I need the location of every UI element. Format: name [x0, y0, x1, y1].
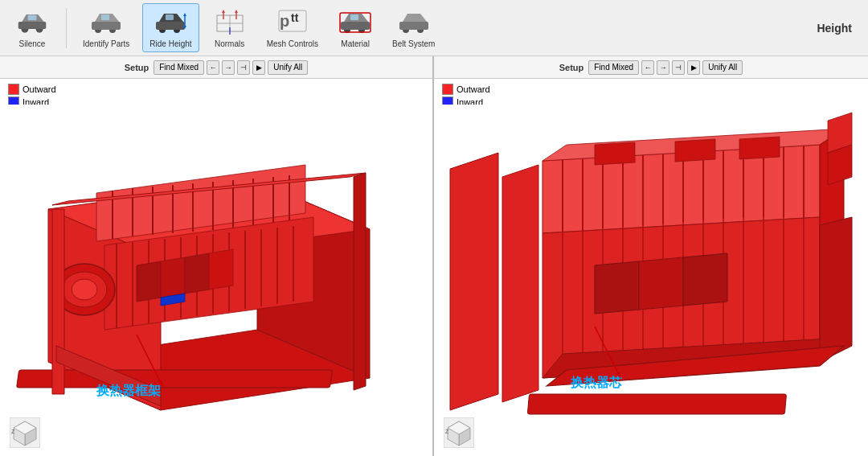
mesh-controls-label: Mesh Controls — [267, 39, 318, 48]
svg-rect-124 — [527, 394, 786, 414]
svg-rect-11 — [166, 14, 174, 20]
left-setup-bar: Setup Find Mixed ← → ⊣ ▶ Unify All — [0, 56, 432, 79]
ride-height-label: Ride Height — [149, 39, 191, 48]
ride-height-icon — [154, 7, 186, 36]
right-find-mixed-button[interactable]: Find Mixed — [588, 60, 639, 75]
svg-marker-74 — [209, 249, 233, 290]
mesh-controls-icon: p tt — [276, 7, 309, 36]
left-axis-cube: Z — [10, 417, 39, 446]
svg-marker-72 — [161, 257, 185, 298]
toolbar-item-mesh-controls[interactable]: p tt Mesh Controls — [260, 4, 325, 51]
right-setup-controls: Find Mixed ← → ⊣ ▶ Unify All — [588, 60, 743, 75]
right-setup-bar: Setup Find Mixed ← → ⊣ ▶ Unify All — [434, 56, 868, 79]
right-legend-outward: Outward — [442, 84, 490, 95]
silence-label: Silence — [19, 39, 46, 48]
left-viewport[interactable]: Z 换热器框架 — [0, 105, 432, 456]
svg-marker-85 — [502, 165, 538, 402]
svg-text:Z: Z — [445, 429, 449, 434]
toolbar-item-belt-system[interactable]: Belt System — [386, 4, 441, 51]
svg-marker-71 — [137, 261, 161, 302]
svg-marker-21 — [235, 10, 238, 13]
right-skip-button[interactable]: ⊣ — [672, 60, 685, 75]
svg-marker-67 — [52, 209, 64, 394]
left-play-button[interactable]: ▶ — [252, 60, 265, 75]
right-panel: Setup Find Mixed ← → ⊣ ▶ Unify All Outwa… — [434, 56, 868, 456]
svg-marker-126 — [675, 139, 715, 162]
main-area: Setup Find Mixed ← → ⊣ ▶ Unify All Outwa… — [0, 56, 868, 456]
svg-marker-84 — [450, 153, 498, 410]
svg-marker-122 — [820, 217, 852, 362]
left-prev-button[interactable]: ← — [207, 60, 219, 75]
svg-marker-119 — [683, 253, 727, 306]
left-next-button[interactable]: → — [222, 60, 235, 75]
toolbar-item-material[interactable]: Material — [331, 4, 379, 51]
svg-marker-118 — [639, 257, 683, 310]
right-viewport[interactable]: Z 换热器芯 — [434, 105, 868, 456]
identify-parts-icon — [90, 7, 122, 36]
material-icon — [339, 7, 371, 36]
left-legend-outward: Outward — [8, 84, 56, 95]
svg-rect-2 — [18, 22, 47, 29]
left-setup-title: Setup — [125, 63, 149, 72]
right-next-button[interactable]: → — [657, 60, 669, 75]
svg-text:Z: Z — [11, 429, 15, 434]
left-panel: Setup Find Mixed ← → ⊣ ▶ Unify All Outwa… — [0, 56, 434, 456]
svg-rect-3 — [28, 15, 37, 20]
toolbar-item-identify-parts[interactable]: Identify Parts — [76, 4, 136, 51]
svg-marker-13 — [183, 13, 186, 16]
right-unify-all-button[interactable]: Unify All — [702, 60, 743, 75]
right-annotation: 换热器芯 — [571, 375, 622, 392]
svg-marker-68 — [354, 173, 366, 390]
right-play-button[interactable]: ▶ — [687, 60, 700, 75]
right-prev-button[interactable]: ← — [641, 60, 654, 75]
right-axis-cube: Z — [444, 417, 473, 446]
svg-rect-10 — [156, 22, 185, 30]
svg-marker-73 — [185, 253, 209, 294]
right-outward-label: Outward — [457, 84, 490, 94]
belt-system-icon — [398, 7, 430, 36]
svg-marker-19 — [222, 10, 225, 13]
svg-rect-6 — [92, 22, 121, 30]
svg-line-81 — [137, 335, 161, 383]
svg-rect-7 — [101, 14, 109, 20]
svg-rect-29 — [350, 14, 358, 20]
normals-icon — [214, 7, 246, 36]
height-indicator: Height — [817, 22, 860, 35]
svg-text:p: p — [280, 12, 289, 30]
svg-text:tt: tt — [291, 11, 299, 24]
material-label: Material — [341, 39, 370, 48]
right-outward-color — [442, 84, 453, 95]
normals-label: Normals — [215, 39, 244, 48]
toolbar-item-ride-height[interactable]: Ride Height — [142, 3, 199, 52]
toolbar-item-normals[interactable]: Normals — [206, 4, 254, 51]
left-setup-controls: Find Mixed ← → ⊣ ▶ Unify All — [154, 60, 308, 75]
identify-parts-label: Identify Parts — [83, 39, 129, 48]
svg-marker-117 — [595, 261, 639, 314]
svg-rect-28 — [341, 22, 370, 30]
svg-point-65 — [72, 279, 97, 300]
left-skip-button[interactable]: ⊣ — [237, 60, 250, 75]
svg-marker-125 — [595, 142, 635, 165]
left-outward-label: Outward — [23, 84, 56, 94]
main-toolbar: Silence Identify Parts — [0, 0, 868, 56]
right-setup-title: Setup — [559, 63, 584, 72]
left-unify-all-button[interactable]: Unify All — [268, 60, 308, 75]
left-annotation: 换热器框架 — [96, 383, 161, 400]
svg-line-134 — [595, 327, 619, 375]
toolbar-item-silence[interactable]: Silence — [8, 4, 56, 51]
left-find-mixed-button[interactable]: Find Mixed — [154, 60, 204, 75]
height-title: Height — [817, 22, 852, 35]
svg-marker-127 — [739, 137, 780, 159]
divider-1 — [66, 8, 67, 48]
belt-system-label: Belt System — [392, 39, 435, 48]
svg-rect-33 — [399, 22, 428, 30]
silence-icon — [16, 7, 48, 36]
left-outward-color — [8, 84, 19, 95]
